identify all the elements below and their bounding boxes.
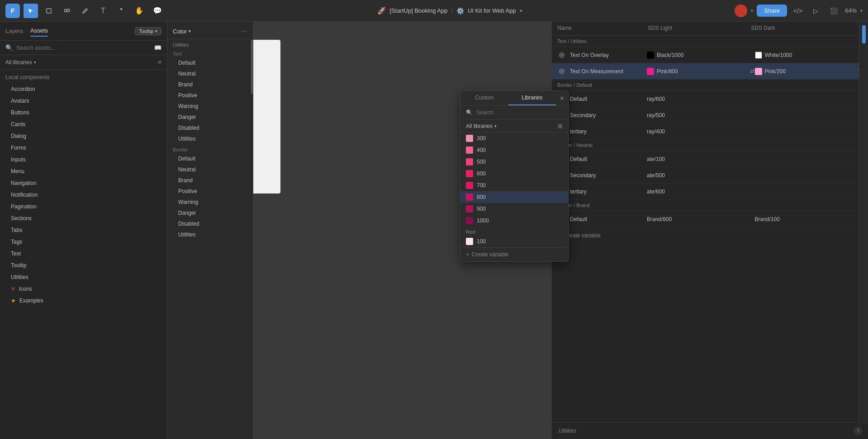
sidebar-tab-bar: Layers Assets Tooltip ▾ xyxy=(0,22,167,41)
search-input[interactable] xyxy=(16,45,151,51)
row-name-measurement-label: Text On Measurement xyxy=(570,68,623,75)
color-text-brand[interactable]: Brand xyxy=(167,79,253,90)
picker-item-900[interactable]: 900 xyxy=(460,203,568,215)
edge-indicator xyxy=(862,25,866,43)
tab-custom[interactable]: Custom xyxy=(460,91,508,105)
picker-close-button[interactable]: ✕ xyxy=(556,91,568,105)
component-inputs[interactable]: Inputs xyxy=(0,154,167,165)
picker-search-input[interactable] xyxy=(476,109,563,116)
picker-item-600[interactable]: 600 xyxy=(460,168,568,179)
color-text-warning[interactable]: Warning xyxy=(167,101,253,112)
pen-tool[interactable] xyxy=(78,4,92,18)
item-label-500: 500 xyxy=(477,159,486,165)
picker-grid-button[interactable]: ⊞ xyxy=(558,123,563,129)
picker-item-400[interactable]: 400 xyxy=(460,144,568,156)
var-row-bn-default[interactable]: Default ate/100 xyxy=(552,151,868,167)
color-text-default[interactable]: Default xyxy=(167,57,253,68)
picker-item-300[interactable]: 300 xyxy=(460,132,568,144)
var-row-text-on-overlay[interactable]: Text On Overlay Black/1000 White/1000 xyxy=(552,47,868,63)
component-examples[interactable]: ★ Examples xyxy=(0,295,167,307)
comment-tool[interactable]: 💬 xyxy=(150,4,165,18)
var-row-text-on-measurement[interactable]: Text On Measurement Pink/800 ⇄ Pink/200 … xyxy=(552,63,868,80)
list-view-icon[interactable]: ≡ xyxy=(158,59,161,66)
component-sections[interactable]: Sections xyxy=(0,212,167,224)
color-panel-scroll[interactable]: Utilities Text Default Neutral Brand Pos… xyxy=(167,39,253,439)
component-buttons[interactable]: Buttons xyxy=(0,107,167,118)
share-button[interactable]: Share xyxy=(757,5,787,17)
var-row-bn-tertiary[interactable]: tertiary ate/600 xyxy=(552,184,868,200)
color-text-danger[interactable]: Danger xyxy=(167,112,253,123)
section-text-utilities: Text / Utilities xyxy=(552,36,868,47)
var-row-border-tertiary[interactable]: tertiary ray/400 xyxy=(552,123,868,140)
value-action-icon[interactable]: ⇄ xyxy=(750,68,755,75)
color-border-positive[interactable]: Positive xyxy=(167,186,253,197)
color-border-utilities[interactable]: Utilities xyxy=(167,229,253,240)
picker-scroll[interactable]: 300 400 500 600 700 800 900 1000 xyxy=(460,132,568,247)
color-border-warning[interactable]: Warning xyxy=(167,197,253,208)
value-bd-light: ray/600 xyxy=(647,96,665,102)
color-border-disabled[interactable]: Disabled xyxy=(167,218,253,229)
search-bar: 🔍 📖 xyxy=(0,41,167,55)
component-avatars[interactable]: Avatars xyxy=(0,95,167,107)
component-forms[interactable]: Forms xyxy=(0,142,167,154)
component-tool[interactable] xyxy=(114,4,128,18)
var-row-border-secondary[interactable]: Secondary ray/500 xyxy=(552,107,868,123)
color-border-neutral[interactable]: Neutral xyxy=(167,164,253,175)
color-text-neutral[interactable]: Neutral xyxy=(167,68,253,79)
value-bnt-light: ate/600 xyxy=(647,189,665,195)
search-icon: 🔍 xyxy=(5,44,13,51)
var-row-brand-default[interactable]: Default Brand/800 Brand/100 xyxy=(552,211,868,227)
panel-more-button[interactable]: ··· xyxy=(242,27,247,35)
shape-tool[interactable] xyxy=(60,4,74,18)
component-icons[interactable]: ✕ Icons xyxy=(0,283,167,295)
component-utilities[interactable]: Utilities xyxy=(0,271,167,283)
component-tabs[interactable]: Tabs xyxy=(0,224,167,236)
color-text-positive[interactable]: Positive xyxy=(167,90,253,101)
tab-libraries[interactable]: Libraries xyxy=(508,91,556,105)
color-text-section: Text xyxy=(167,48,253,57)
code-view-button[interactable]: </> xyxy=(791,4,805,18)
color-text-utilities[interactable]: Utilities xyxy=(167,133,253,144)
picker-item-500[interactable]: 500 xyxy=(460,156,568,168)
tab-layers[interactable]: Layers xyxy=(5,26,23,36)
component-dialog[interactable]: Dialog xyxy=(0,130,167,142)
user-avatar[interactable] xyxy=(735,5,747,17)
color-border-default[interactable]: Default xyxy=(167,153,253,164)
component-accordion[interactable]: Accordion xyxy=(0,83,167,95)
tooltip-label: Tooltip ▾ xyxy=(135,27,161,35)
hand-tool[interactable]: ✋ xyxy=(132,4,147,18)
utilities-label: Utilities xyxy=(173,42,189,47)
present-button[interactable]: ⬛ xyxy=(827,4,841,18)
text-tool[interactable]: T xyxy=(96,4,110,18)
component-notification[interactable]: Notification xyxy=(0,189,167,201)
var-row-border-default[interactable]: Default ray/600 xyxy=(552,91,868,107)
picker-item-700[interactable]: 700 xyxy=(460,179,568,191)
component-pagination[interactable]: Pagination xyxy=(0,201,167,212)
component-navigation[interactable]: Navigation xyxy=(0,177,167,189)
col-name-label: Name xyxy=(557,25,572,31)
preview-button[interactable]: ▷ xyxy=(809,4,823,18)
component-menu[interactable]: Menu xyxy=(0,165,167,177)
help-button[interactable]: ? xyxy=(854,426,863,435)
create-variable-row[interactable]: + Create variable xyxy=(552,227,868,244)
picker-item-1000[interactable]: 1000 xyxy=(460,215,568,227)
component-cards[interactable]: Cards xyxy=(0,118,167,130)
frame-tool[interactable] xyxy=(42,4,56,18)
color-border-brand[interactable]: Brand xyxy=(167,175,253,186)
create-variable-button[interactable]: + Create variable xyxy=(460,247,568,261)
tab-assets[interactable]: Assets xyxy=(30,25,48,37)
color-picker-popup: Custom Libraries ✕ 🔍 All libraries ▾ ⊞ 3… xyxy=(460,90,569,262)
book-icon[interactable]: 📖 xyxy=(154,44,161,51)
color-text-disabled[interactable]: Disabled xyxy=(167,123,253,133)
component-text[interactable]: Text xyxy=(0,248,167,260)
select-tool[interactable] xyxy=(24,4,38,18)
create-variable-text: Create variable xyxy=(472,251,508,258)
color-border-danger[interactable]: Danger xyxy=(167,208,253,218)
component-tags[interactable]: Tags xyxy=(0,236,167,248)
app-logo[interactable]: F xyxy=(5,4,20,18)
swatch-900 xyxy=(466,205,473,212)
picker-item-red-100[interactable]: 100 xyxy=(460,236,568,247)
var-row-bn-secondary[interactable]: Secondary ate/500 xyxy=(552,167,868,184)
picker-item-800[interactable]: 800 xyxy=(460,191,568,203)
component-tooltip[interactable]: Tooltip xyxy=(0,260,167,271)
